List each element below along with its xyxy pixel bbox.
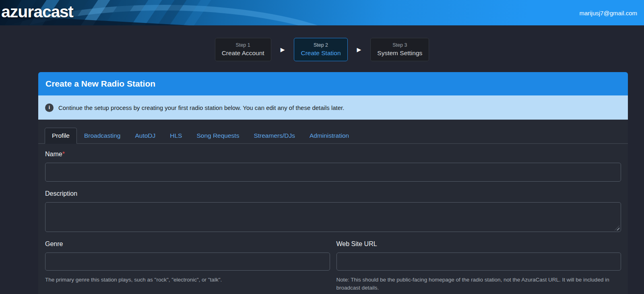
description-field-group: Description	[45, 190, 621, 232]
step-number-label: Step 1	[236, 42, 250, 48]
website-url-input[interactable]	[336, 253, 621, 271]
tab-streamers-djs[interactable]: Streamers/DJs	[246, 128, 302, 144]
page-title: Create a New Radio Station	[45, 79, 155, 89]
station-tabs: Profile Broadcasting AutoDJ HLS Song Req…	[38, 120, 628, 144]
info-alert: i Continue the setup process by creating…	[38, 95, 628, 120]
user-email-label: marijusj7@gmail.com	[579, 9, 637, 16]
required-asterisk: *	[62, 151, 65, 157]
name-label-text: Name	[45, 151, 62, 157]
website-help-text: Note: This should be the public-facing h…	[336, 276, 618, 292]
step-2-create-station: Step 2 Create Station	[294, 38, 347, 61]
step-3-system-settings: Step 3 System Settings	[370, 38, 429, 61]
station-profile-form: Name* Description Genre The primary genr…	[38, 144, 628, 294]
setup-stepper: Step 1 Create Account ▶ Step 2 Create St…	[0, 38, 644, 61]
description-textarea[interactable]	[45, 202, 621, 232]
step-name-label: Create Account	[222, 50, 264, 57]
name-input[interactable]	[45, 163, 621, 182]
card-header: Create a New Radio Station	[38, 72, 628, 95]
info-alert-text: Continue the setup process by creating y…	[58, 104, 344, 111]
description-textarea-wrap	[45, 202, 621, 232]
azuracast-logo: azuracast	[1, 4, 73, 20]
genre-help-text: The primary genre this station plays, su…	[45, 276, 327, 284]
brand-text-azura: azura	[1, 2, 42, 21]
website-field-group: Web Site URL Note: This should be the pu…	[336, 240, 621, 292]
description-field-label: Description	[45, 190, 621, 197]
name-field-label: Name*	[45, 151, 621, 158]
tab-administration[interactable]: Administration	[302, 128, 356, 144]
tab-song-requests[interactable]: Song Requests	[189, 128, 246, 144]
tab-hls[interactable]: HLS	[163, 128, 189, 144]
brand-text-cast: cast	[42, 2, 73, 21]
step-name-label: Create Station	[301, 50, 341, 57]
step-number-label: Step 3	[392, 42, 407, 48]
step-arrow-icon: ▶	[281, 47, 285, 52]
step-number-label: Step 2	[314, 42, 328, 48]
step-name-label: System Settings	[377, 50, 422, 57]
step-1-create-account: Step 1 Create Account	[215, 38, 271, 61]
tab-broadcasting[interactable]: Broadcasting	[77, 128, 128, 144]
name-field-group: Name*	[45, 151, 621, 182]
create-station-card: Create a New Radio Station i Continue th…	[38, 72, 628, 294]
step-arrow-icon: ▶	[357, 47, 361, 52]
info-icon: i	[45, 104, 54, 112]
tab-profile[interactable]: Profile	[45, 128, 77, 144]
top-header-bar: azuracast marijusj7@gmail.com	[0, 0, 644, 25]
genre-field-group: Genre The primary genre this station pla…	[45, 240, 330, 292]
tab-autodj[interactable]: AutoDJ	[128, 128, 163, 144]
genre-input[interactable]	[45, 253, 330, 271]
genre-website-row: Genre The primary genre this station pla…	[45, 240, 621, 292]
website-field-label: Web Site URL	[336, 240, 621, 248]
genre-field-label: Genre	[45, 240, 330, 248]
